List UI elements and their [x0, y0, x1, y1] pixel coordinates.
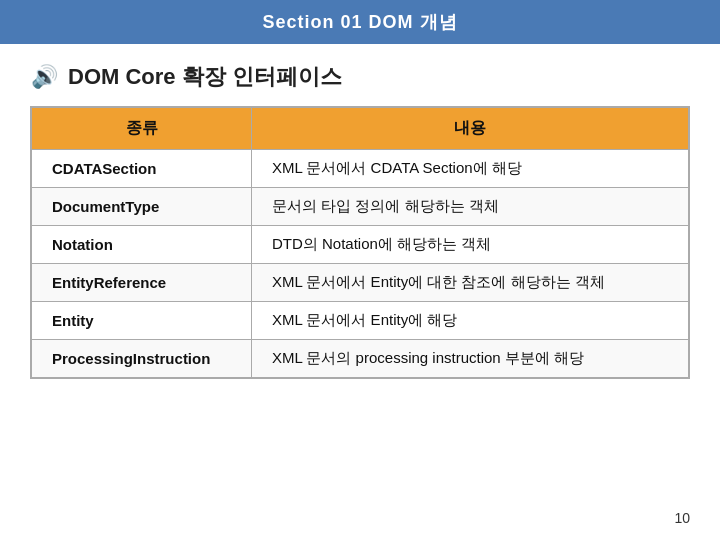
cell-type: CDATASection [32, 150, 252, 188]
cell-description: DTD의 Notation에 해당하는 객체 [252, 226, 689, 264]
table-row: ProcessingInstructionXML 문서의 processing … [32, 340, 689, 378]
main-table-container: 종류 내용 CDATASectionXML 문서에서 CDATA Section… [30, 106, 690, 379]
col-header-type: 종류 [32, 108, 252, 150]
dom-core-table: 종류 내용 CDATASectionXML 문서에서 CDATA Section… [31, 107, 689, 378]
table-row: DocumentType문서의 타입 정의에 해당하는 객체 [32, 188, 689, 226]
cell-type: DocumentType [32, 188, 252, 226]
page-title: DOM Core 확장 인터페이스 [68, 62, 342, 92]
page-number: 10 [674, 510, 690, 526]
col-header-description: 내용 [252, 108, 689, 150]
cell-description: 문서의 타입 정의에 해당하는 객체 [252, 188, 689, 226]
table-header-row: 종류 내용 [32, 108, 689, 150]
cell-description: XML 문서에서 Entity에 해당 [252, 302, 689, 340]
cell-type: Entity [32, 302, 252, 340]
cell-type: ProcessingInstruction [32, 340, 252, 378]
title-icon: 🔊 [30, 63, 58, 91]
table-row: CDATASectionXML 문서에서 CDATA Section에 해당 [32, 150, 689, 188]
cell-description: XML 문서에서 CDATA Section에 해당 [252, 150, 689, 188]
header-bar: Section 01 DOM 개념 [0, 0, 720, 44]
page-title-area: 🔊 DOM Core 확장 인터페이스 [0, 44, 720, 106]
cell-type: Notation [32, 226, 252, 264]
cell-description: XML 문서의 processing instruction 부분에 해당 [252, 340, 689, 378]
table-row: NotationDTD의 Notation에 해당하는 객체 [32, 226, 689, 264]
cell-type: EntityReference [32, 264, 252, 302]
table-row: EntityXML 문서에서 Entity에 해당 [32, 302, 689, 340]
cell-description: XML 문서에서 Entity에 대한 참조에 해당하는 객체 [252, 264, 689, 302]
table-row: EntityReferenceXML 문서에서 Entity에 대한 참조에 해… [32, 264, 689, 302]
